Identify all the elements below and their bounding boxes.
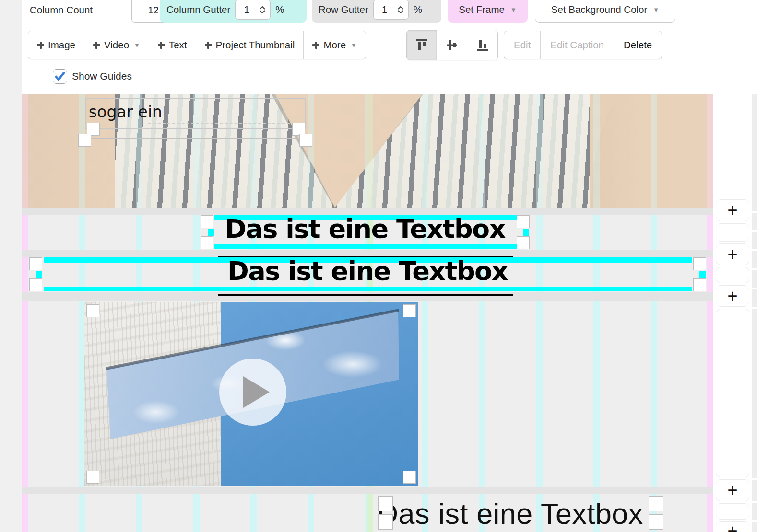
- overlay-textbox[interactable]: sogar ein: [85, 98, 306, 129]
- add-image-button[interactable]: Image: [28, 31, 84, 59]
- right-arm: [589, 94, 713, 208]
- resize-handle[interactable]: [693, 257, 706, 270]
- column-count-label: Column Count: [30, 4, 93, 16]
- container-edge-line: [86, 138, 304, 139]
- delete-button[interactable]: Delete: [614, 31, 662, 59]
- stepper-icon[interactable]: [396, 6, 405, 13]
- editor-canvas[interactable]: sogar ein Das ist eine Textbox: [22, 94, 713, 532]
- resize-handle[interactable]: [299, 134, 312, 147]
- textbox-row-3[interactable]: Das ist eine Textbox: [22, 494, 713, 532]
- add-more-button[interactable]: More ▼: [304, 31, 366, 59]
- app-window: Column Count 12 Column Gutter 1 % Row Gu…: [0, 0, 757, 532]
- align-top-button[interactable]: [407, 30, 437, 60]
- edit-action-group: Edit Edit Caption Delete: [504, 31, 662, 59]
- stepper-icon[interactable]: [258, 6, 267, 13]
- resize-handle[interactable]: [403, 304, 416, 317]
- toolbar: Column Count 12 Column Gutter 1 % Row Gu…: [22, 0, 757, 94]
- resize-handle[interactable]: [378, 514, 393, 530]
- play-button[interactable]: [219, 359, 286, 426]
- set-frame-label: Set Frame: [459, 4, 505, 15]
- add-row-button[interactable]: +: [716, 199, 749, 221]
- plus-icon: [93, 42, 100, 49]
- resize-handle[interactable]: [403, 471, 416, 484]
- add-text-label: Text: [169, 39, 187, 51]
- add-row-button[interactable]: +: [716, 521, 749, 532]
- resize-handle[interactable]: [78, 134, 91, 147]
- textbox-row-2[interactable]: Das ist eine Textbox: [22, 257, 713, 292]
- margin-handle[interactable]: [36, 271, 42, 278]
- align-middle-button[interactable]: [437, 30, 467, 60]
- resize-handle[interactable]: [29, 257, 42, 270]
- add-row-button[interactable]: +: [716, 285, 749, 307]
- plus-icon: +: [727, 521, 737, 532]
- column-gutter-label: Column Gutter: [166, 4, 230, 15]
- resize-handle[interactable]: [517, 215, 530, 228]
- plus-icon: +: [727, 480, 737, 500]
- add-image-label: Image: [48, 39, 75, 51]
- set-frame-button[interactable]: Set Frame ▼: [448, 0, 528, 23]
- selection-margin-bar: [44, 287, 692, 291]
- margin-handle[interactable]: [523, 229, 529, 236]
- resize-handle[interactable]: [649, 514, 663, 530]
- plus-icon: +: [727, 286, 737, 306]
- textbox-heading[interactable]: Das ist eine Textbox: [29, 256, 706, 286]
- plus-icon: [312, 42, 319, 49]
- resize-handle[interactable]: [378, 496, 393, 511]
- row-gutter-chip: Row Gutter 1 %: [312, 0, 441, 23]
- video-element[interactable]: [84, 302, 418, 486]
- set-background-color-button[interactable]: Set Background Color ▼: [535, 0, 675, 23]
- selection-margin-bar: [214, 244, 521, 249]
- video-row[interactable]: [22, 301, 713, 487]
- chevron-down-icon: ▼: [653, 6, 659, 13]
- row-spacer-cell[interactable]: [716, 267, 749, 283]
- resize-handle[interactable]: [201, 236, 213, 249]
- row-spacer-cell[interactable]: [716, 503, 749, 520]
- baseline-dash: [148, 123, 295, 124]
- textbox-row-1[interactable]: Das ist eine Textbox: [22, 215, 713, 250]
- show-guides-checkbox[interactable]: [53, 69, 67, 84]
- resize-handle[interactable]: [517, 236, 530, 249]
- margin-handle[interactable]: [699, 271, 706, 278]
- row-insert-rail: + + + + +: [713, 94, 752, 532]
- add-more-label: More: [323, 39, 346, 51]
- add-element-group: Image Video ▼ Text Project Thumbnail Mor…: [28, 31, 366, 59]
- row-gutter-label: Row Gutter: [319, 4, 368, 15]
- margin-handle[interactable]: [208, 229, 214, 236]
- selected-textbox-1[interactable]: Das ist eine Textbox: [201, 215, 529, 249]
- add-row-button[interactable]: +: [716, 243, 749, 265]
- add-project-thumbnail-button[interactable]: Project Thumbnail: [196, 31, 304, 59]
- column-gutter-value[interactable]: 1: [236, 4, 258, 15]
- align-middle-icon: [446, 38, 458, 52]
- heading-underline: [218, 294, 513, 296]
- add-video-button[interactable]: Video ▼: [84, 31, 149, 59]
- add-project-thumbnail-label: Project Thumbnail: [216, 39, 295, 51]
- set-background-color-label: Set Background Color: [551, 4, 648, 15]
- textbox-heading[interactable]: Das ist eine Textbox: [201, 214, 529, 244]
- align-bottom-icon: [476, 38, 489, 52]
- resize-handle[interactable]: [86, 471, 99, 484]
- adjacent-rail-edge: [752, 94, 757, 532]
- resize-handle[interactable]: [201, 215, 213, 228]
- row-gutter-input[interactable]: 1: [373, 0, 409, 20]
- row-spacer-cell[interactable]: [716, 309, 749, 477]
- align-bottom-button[interactable]: [467, 30, 497, 60]
- resize-handle[interactable]: [29, 278, 42, 291]
- chevron-down-icon: ▼: [134, 42, 140, 49]
- row-gutter-value[interactable]: 1: [374, 4, 396, 15]
- textbox-heading[interactable]: Das ist eine Textbox: [377, 497, 643, 531]
- column-gutter-chip: Column Gutter 1 %: [160, 0, 307, 23]
- add-row-button[interactable]: +: [716, 479, 749, 501]
- row-spacer-cell[interactable]: [716, 223, 749, 242]
- overlay-text[interactable]: sogar ein: [89, 103, 162, 121]
- resize-handle[interactable]: [649, 496, 663, 511]
- resize-handle[interactable]: [86, 304, 99, 317]
- edit-button[interactable]: Edit: [504, 31, 541, 59]
- image-row[interactable]: sogar ein: [22, 94, 713, 208]
- add-text-button[interactable]: Text: [149, 31, 196, 59]
- resize-handle[interactable]: [693, 278, 706, 291]
- edit-caption-button[interactable]: Edit Caption: [541, 31, 614, 59]
- play-icon: [243, 376, 270, 408]
- plus-icon: +: [727, 244, 737, 265]
- selected-textbox-2[interactable]: Das ist eine Textbox: [29, 257, 706, 291]
- column-gutter-input[interactable]: 1: [235, 0, 271, 20]
